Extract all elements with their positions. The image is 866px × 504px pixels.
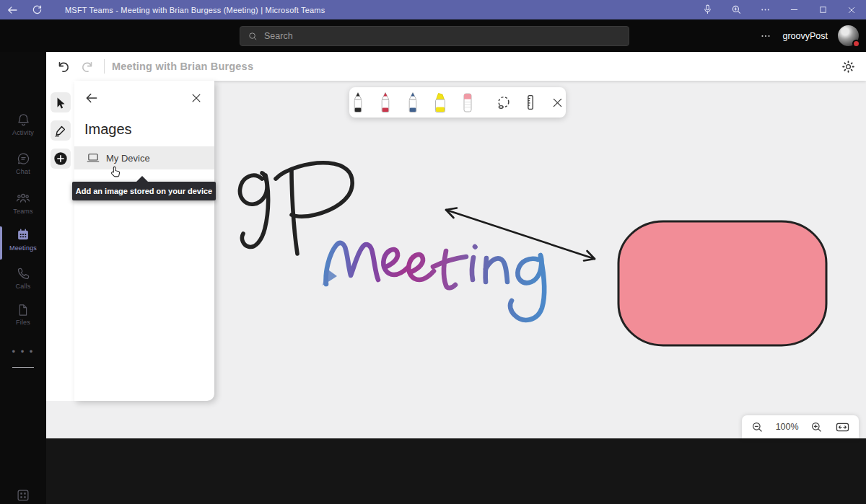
close-pen-toolbar-icon[interactable] — [549, 93, 566, 112]
account-name[interactable]: groovyPost — [782, 31, 828, 41]
add-content-tool[interactable] — [51, 149, 71, 169]
search-icon — [248, 31, 258, 42]
zoom-in-icon[interactable] — [810, 420, 823, 434]
avatar[interactable] — [838, 25, 859, 46]
device-icon — [87, 153, 100, 164]
tooltip: Add an image stored on your device — [72, 182, 216, 200]
eraser[interactable] — [459, 92, 476, 113]
zoom-out-icon[interactable] — [751, 420, 764, 434]
sidebar-item-apps[interactable]: Apps — [0, 487, 46, 504]
sidebar-item-meetings[interactable]: Meetings — [0, 227, 46, 252]
sidebar-item-chat[interactable]: Chat — [0, 151, 46, 175]
redo-icon[interactable] — [75, 54, 100, 79]
hand-cursor-icon — [110, 166, 121, 178]
sidebar-item-activity[interactable]: Activity — [0, 112, 46, 136]
chat-icon — [16, 151, 31, 167]
zoom-controls: 100% — [742, 415, 859, 438]
calendar-icon — [15, 227, 31, 243]
drawn-initials-gP[interactable] — [240, 163, 352, 254]
panel-close-icon[interactable] — [190, 92, 203, 105]
settings-gear-icon[interactable] — [836, 54, 860, 79]
window-titlebar: MSFT Teams - Meeting with Brian Burgess … — [0, 0, 866, 19]
header-more-icon[interactable] — [759, 30, 772, 43]
sidebar-item-teams[interactable]: Teams — [0, 190, 46, 215]
zoom-search-icon[interactable] — [722, 0, 751, 19]
drawn-arrow[interactable] — [446, 208, 595, 261]
back-icon[interactable] — [0, 0, 25, 19]
header-divider — [104, 59, 105, 74]
sidebar-item-calls[interactable]: Calls — [0, 266, 46, 290]
undo-icon[interactable] — [51, 54, 75, 79]
drawn-word-meeting[interactable] — [326, 243, 544, 320]
search-box[interactable] — [240, 26, 629, 46]
blue-pen[interactable] — [404, 92, 421, 113]
file-icon — [16, 303, 30, 317]
sidebar-item-files[interactable]: Files — [0, 303, 46, 326]
lasso-select-tool[interactable] — [495, 93, 512, 112]
stage-background — [46, 438, 866, 504]
window-title: MSFT Teams - Meeting with Brian Burgess … — [65, 6, 325, 14]
bell-icon — [16, 112, 31, 128]
whiteboard-title: Meeting with Brian Burgess — [112, 61, 253, 72]
panel-title: Images — [84, 121, 214, 138]
red-pen[interactable] — [377, 92, 394, 113]
close-window-icon[interactable] — [837, 0, 866, 19]
select-tool[interactable] — [51, 92, 71, 112]
yellow-highlighter[interactable] — [432, 92, 449, 113]
minimize-icon[interactable] — [779, 0, 808, 19]
mic-icon[interactable] — [693, 0, 722, 19]
whiteboard-toolbar: Meeting with Brian Burgess — [46, 52, 866, 81]
drawn-shape[interactable] — [618, 221, 826, 345]
my-device-label: My Device — [106, 153, 150, 164]
sidebar-more-icon[interactable]: • • • — [0, 346, 46, 357]
phone-icon — [16, 266, 31, 281]
tooltip-caret — [136, 176, 149, 182]
teams-header: groovyPost — [0, 19, 866, 52]
images-panel: Images My Device — [74, 81, 214, 401]
ruler-tool[interactable] — [522, 93, 538, 112]
pen-toolbar — [349, 87, 566, 118]
apps-grid-icon — [15, 487, 31, 503]
create-panel-rail — [46, 81, 74, 401]
black-pen[interactable] — [349, 92, 367, 113]
pen-tool[interactable] — [51, 120, 71, 141]
status-busy-dot — [852, 40, 860, 48]
window-more-icon[interactable] — [751, 0, 779, 19]
maximize-icon[interactable] — [808, 0, 837, 19]
fit-to-width-icon[interactable] — [835, 420, 850, 435]
sidebar-divider — [12, 367, 34, 368]
teams-icon — [15, 190, 31, 206]
my-device-item[interactable]: My Device — [74, 146, 214, 169]
teams-app-window: MSFT Teams - Meeting with Brian Burgess … — [0, 0, 866, 504]
panel-back-icon[interactable] — [84, 91, 99, 105]
app-sidebar: Activity Chat Teams Meetings Calls Files… — [0, 52, 46, 504]
zoom-level: 100% — [776, 422, 799, 432]
search-input[interactable] — [264, 31, 611, 41]
refresh-icon[interactable] — [25, 0, 49, 19]
